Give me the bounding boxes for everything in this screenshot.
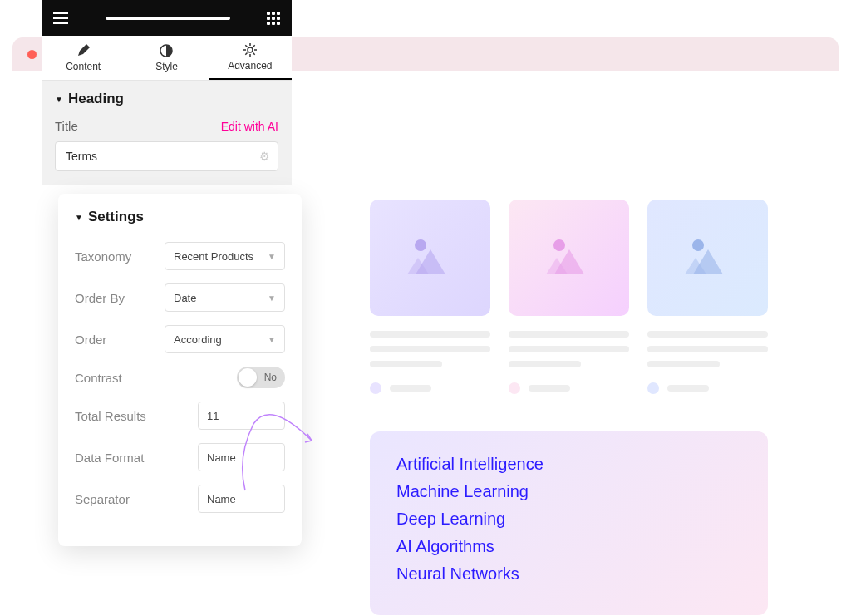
editor-tabs: Content Style Advanced xyxy=(42,36,292,81)
chevron-down-icon: ▼ xyxy=(268,252,276,261)
total-results-input[interactable] xyxy=(198,402,285,430)
select-value: Recent Products xyxy=(174,250,253,263)
section-title: Heading xyxy=(68,91,124,107)
title-label: Title xyxy=(55,119,78,133)
setting-row-taxonomy: Taxonomy Recent Products ▼ xyxy=(75,242,285,270)
term-link[interactable]: AI Algorithms xyxy=(396,537,741,556)
drag-handle-icon[interactable] xyxy=(106,17,230,20)
data-format-input[interactable] xyxy=(198,443,285,471)
title-input-wrap: ⚙ xyxy=(55,141,278,171)
image-placeholder-icon xyxy=(509,200,629,316)
tab-content[interactable]: Content xyxy=(42,36,125,80)
setting-label: Taxonomy xyxy=(75,249,131,264)
editor-topbar xyxy=(42,0,292,36)
taxonomy-select[interactable]: Recent Products ▼ xyxy=(165,242,285,270)
heading-toggle[interactable]: ▼ Heading xyxy=(55,91,278,107)
setting-label: Order xyxy=(75,333,106,347)
skeleton-meta xyxy=(509,382,629,394)
setting-label: Total Results xyxy=(75,409,146,423)
heading-section: ▼ Heading Title Edit with AI ⚙ xyxy=(42,81,292,185)
term-link[interactable]: Artificial Intelligence xyxy=(396,455,741,474)
tab-style[interactable]: Style xyxy=(125,36,208,80)
card-row xyxy=(370,200,768,394)
select-value: According xyxy=(174,333,222,346)
skeleton-meta xyxy=(370,382,490,394)
image-placeholder-icon xyxy=(647,200,768,316)
edit-with-ai-button[interactable]: Edit with AI xyxy=(221,120,278,133)
preview-card xyxy=(509,200,629,394)
orderby-select[interactable]: Date ▼ xyxy=(165,283,285,312)
skeleton-line xyxy=(370,331,490,338)
setting-row-contrast: Contrast No xyxy=(75,367,285,388)
preview-card xyxy=(370,200,490,394)
skeleton-line xyxy=(370,346,490,352)
setting-row-separator: Separator xyxy=(75,485,285,513)
separator-input[interactable] xyxy=(198,485,285,513)
order-select[interactable]: According ▼ xyxy=(165,325,285,353)
toggle-label: No xyxy=(264,372,277,383)
tab-label: Content xyxy=(66,61,101,72)
setting-label: Order By xyxy=(75,291,125,305)
toggle-knob-icon xyxy=(239,368,257,387)
skeleton-line xyxy=(647,361,720,367)
skeleton-line xyxy=(370,361,442,367)
svg-point-3 xyxy=(553,239,565,251)
editor-panel: Content Style Advanced ▼ Heading Title E… xyxy=(42,0,292,185)
contrast-toggle[interactable]: No xyxy=(237,367,285,388)
dynamic-tag-icon[interactable]: ⚙ xyxy=(259,150,270,163)
skeleton-line xyxy=(647,346,768,352)
skeleton-meta xyxy=(647,382,768,394)
preview-card xyxy=(647,200,768,394)
term-link[interactable]: Machine Learning xyxy=(396,482,741,501)
title-row: Title Edit with AI xyxy=(55,119,278,133)
svg-point-0 xyxy=(415,239,426,251)
settings-toggle[interactable]: ▼ Settings xyxy=(75,209,285,225)
skeleton-line xyxy=(647,331,768,338)
skeleton-line xyxy=(509,331,629,338)
contrast-icon xyxy=(160,44,173,57)
setting-row-total: Total Results xyxy=(75,402,285,430)
setting-row-format: Data Format xyxy=(75,443,285,471)
apps-grid-icon[interactable] xyxy=(267,12,280,25)
tab-advanced[interactable]: Advanced xyxy=(209,36,292,80)
tab-label: Style xyxy=(155,61,178,72)
preview-area: Artificial Intelligence Machine Learning… xyxy=(370,200,768,615)
setting-label: Contrast xyxy=(75,371,122,385)
svg-point-6 xyxy=(692,239,704,251)
menu-icon[interactable] xyxy=(53,12,68,24)
tab-label: Advanced xyxy=(228,60,272,71)
gear-icon xyxy=(243,43,257,57)
window-close-icon[interactable] xyxy=(27,50,37,59)
chevron-down-icon: ▼ xyxy=(268,293,276,303)
skeleton-line xyxy=(509,346,629,352)
setting-row-orderby: Order By Date ▼ xyxy=(75,283,285,312)
term-link[interactable]: Deep Learning xyxy=(396,510,741,529)
svg-point-10 xyxy=(248,47,253,52)
pencil-icon xyxy=(76,44,90,57)
image-placeholder-icon xyxy=(370,200,490,316)
select-value: Date xyxy=(174,292,196,304)
term-link[interactable]: Neural Networks xyxy=(396,564,741,584)
title-input[interactable] xyxy=(55,141,278,171)
skeleton-line xyxy=(509,361,581,367)
caret-down-icon: ▼ xyxy=(55,95,63,104)
caret-down-icon: ▼ xyxy=(75,213,83,222)
setting-row-order: Order According ▼ xyxy=(75,325,285,353)
terms-output: Artificial Intelligence Machine Learning… xyxy=(370,431,768,615)
settings-title: Settings xyxy=(88,209,144,225)
chevron-down-icon: ▼ xyxy=(268,335,276,344)
setting-label: Data Format xyxy=(75,451,144,465)
settings-popup: ▼ Settings Taxonomy Recent Products ▼ Or… xyxy=(58,194,302,546)
setting-label: Separator xyxy=(75,492,130,506)
